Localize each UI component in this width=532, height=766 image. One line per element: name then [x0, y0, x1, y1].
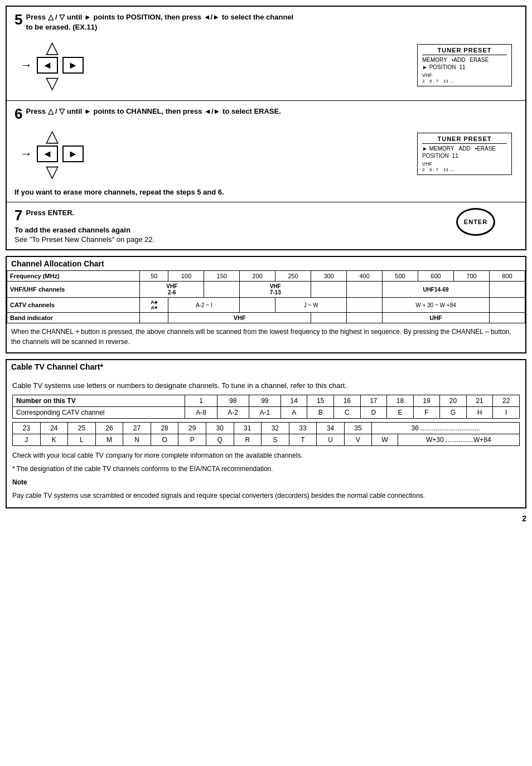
- freq-800: 800: [489, 271, 525, 282]
- left-button[interactable]: ◄: [37, 57, 58, 74]
- steps-container: 5 Press △ / ▽ until ► points to POSITION…: [6, 6, 526, 250]
- step5-section: 5 Press △ / ▽ until ► points to POSITION…: [7, 7, 525, 101]
- freq-150: 150: [204, 271, 240, 282]
- enter-button[interactable]: ENTER: [456, 208, 495, 236]
- step6-tuner-freq: VHF 2 6 . 7 13 ....: [422, 161, 507, 172]
- step7-left: 7 Press ENTER. To add the erased channel…: [14, 208, 456, 244]
- freq-600: 600: [418, 271, 454, 282]
- vhf-713-cell: VHF7-13: [240, 282, 311, 298]
- catv-channel-row: Corresponding CATV channel A-8 A-2 A-1 A…: [13, 406, 520, 418]
- step6-tuner-preset-title: TUNER PRESET: [422, 135, 507, 144]
- step6-tuner-preset: TUNER PRESET ► MEMORY ADD •ERASE POSITIO…: [417, 133, 512, 175]
- freq-500: 500: [383, 271, 418, 282]
- step5-content: △ → ◄ ► ▽ TUNER PRESET MEMORY •ADD ERASE: [14, 36, 518, 95]
- catv-channel-label: Corresponding CATV channel: [13, 406, 185, 418]
- vhf-uhf-label: VHF/UHF channels: [7, 282, 140, 298]
- step7-subtitle: To add the erased channels again: [14, 226, 456, 234]
- freq-50: 50: [140, 271, 168, 282]
- cable-footer1: Check with your local cable TV company f…: [12, 450, 520, 460]
- up-arrow: △: [46, 39, 59, 56]
- down-arrow: ▽: [46, 75, 59, 91]
- cable-note-label: Note: [12, 477, 520, 487]
- step7-header: 7 Press ENTER.: [14, 208, 456, 222]
- step6-tuner-row1: ► MEMORY ADD •ERASE: [422, 146, 507, 152]
- freq-200: 200: [240, 271, 275, 282]
- channel-allocation-section: Channel Allocation Chart Frequency (MHz)…: [6, 256, 526, 353]
- cable-footer3: Pay cable TV systems use scrambled or en…: [12, 491, 520, 501]
- band-vhf-cell: VHF: [168, 313, 311, 323]
- step6-diagram: △ → ◄ ► ▽: [20, 128, 84, 180]
- cable-tv-wrapper: Cable TV systems use letters or numbers …: [7, 374, 525, 507]
- step7-text: Press ENTER.: [26, 208, 456, 218]
- step6-up-arrow: △: [46, 128, 59, 144]
- freq-100: 100: [168, 271, 204, 282]
- cable-tv-section: Cable TV Channel Chart* Cable TV systems…: [6, 359, 526, 508]
- step6-down-arrow: ▽: [46, 163, 59, 180]
- tuner-position: ► POSITION 11: [422, 64, 507, 70]
- band-indicator-label: Band indicator: [7, 313, 140, 323]
- step6-section: 6 Press △ / ▽ until ► points to CHANNEL,…: [7, 101, 525, 202]
- step7-section: 7 Press ENTER. To add the erased channel…: [7, 202, 525, 249]
- band-uhf-cell: UHF: [383, 313, 490, 323]
- step7-content: 7 Press ENTER. To add the erased channel…: [14, 208, 518, 244]
- freq-700: 700: [453, 271, 489, 282]
- vhf-uhf-row: VHF/UHF channels VHF2-6 VHF7-13 UHF14-69: [7, 282, 525, 298]
- step6-content: △ → ◄ ► ▽ TUNER PRESET ► MEMORY ADD •ERA…: [14, 124, 518, 183]
- freq-300: 300: [311, 271, 347, 282]
- page-number: 2: [6, 514, 526, 523]
- cable-tv-table2: 23 24 25 26 27 28 29 30 31 32 33 34 35 3…: [12, 422, 520, 446]
- step7-subtext: See "To Preset New Channels" on page 22.: [14, 235, 456, 244]
- number-on-tv-label: Number on this TV: [13, 395, 185, 406]
- step6-header: 6 Press △ / ▽ until ► points to CHANNEL,…: [14, 106, 518, 121]
- vhf-26-cell: VHF2-6: [140, 282, 204, 298]
- tuner-preset-title: TUNER PRESET: [422, 47, 507, 55]
- cable-letter-row: J K L M N O P Q R S T U V W W+30 .......…: [13, 434, 520, 445]
- catv-a2i-cell: A-2 ~ I: [168, 298, 240, 313]
- tuner-freq: VHF 2 6 . 7 13 ....: [422, 72, 507, 84]
- step5-diagram: △ → ◄ ► ▽: [20, 39, 84, 91]
- cable-header-row: Number on this TV 1 98 99 14 15 16 17 18…: [13, 395, 520, 406]
- step6-mid-row: → ◄ ►: [20, 146, 84, 162]
- band-indicator-row: Band indicator VHF UHF: [7, 313, 525, 323]
- right-button[interactable]: ►: [62, 57, 84, 74]
- repeat-text: If you want to erase more channels, repe…: [14, 188, 518, 196]
- catv-label: CATV channels: [7, 298, 140, 313]
- freq-250: 250: [275, 271, 311, 282]
- channel-allocation-table: Frequency (MHz) 50 100 150 200 250 300 4…: [7, 270, 525, 323]
- catv-jw-cell: J ~ W: [275, 298, 347, 313]
- mid-row: → ◄ ►: [20, 57, 84, 74]
- freq-label: Frequency (MHz): [7, 271, 140, 282]
- catv-row: CATV channels A♣A♥ A-2 ~ I J ~ W W + 30 …: [7, 298, 525, 313]
- cable-tv-table1: Number on this TV 1 98 99 14 15 16 17 18…: [12, 395, 520, 419]
- step6-tuner-position: POSITION 11: [422, 153, 507, 159]
- step5-number: 5: [14, 12, 22, 27]
- cable-tv-title: Cable TV Channel Chart*: [7, 360, 525, 374]
- step5-text: Press △ / ▽ until ► points to POSITION, …: [26, 12, 518, 32]
- step5-header: 5 Press △ / ▽ until ► points to POSITION…: [14, 12, 518, 32]
- freq-header-row: Frequency (MHz) 50 100 150 200 250 300 4…: [7, 271, 525, 282]
- catv-a-cell: A♣A♥: [140, 298, 168, 313]
- cable-tv-intro: Cable TV systems use letters or numbers …: [12, 380, 520, 391]
- catv-w30-cell: W + 30 ~ W +84: [383, 298, 490, 313]
- step7-number: 7: [14, 208, 22, 222]
- step6-number: 6: [14, 106, 22, 121]
- step6-text: Press △ / ▽ until ► points to CHANNEL, t…: [26, 106, 518, 117]
- step6-left-button[interactable]: ◄: [37, 146, 58, 162]
- channel-allocation-note: When the CHANNEL + button is pressed, th…: [7, 327, 525, 347]
- step5-tuner-preset: TUNER PRESET MEMORY •ADD ERASE ► POSITIO…: [417, 44, 512, 86]
- cable-num-row: 23 24 25 26 27 28 29 30 31 32 33 34 35 3…: [13, 422, 520, 434]
- freq-400: 400: [347, 271, 383, 282]
- channel-allocation-title: Channel Allocation Chart: [7, 257, 525, 270]
- cable-footer2: * The designation of the cable TV channe…: [12, 464, 520, 474]
- step6-right-button[interactable]: ►: [62, 146, 84, 162]
- tuner-row1: MEMORY •ADD ERASE: [422, 57, 507, 63]
- step6-arrow-right-icon: →: [20, 147, 32, 161]
- arrow-right-icon: →: [20, 58, 32, 72]
